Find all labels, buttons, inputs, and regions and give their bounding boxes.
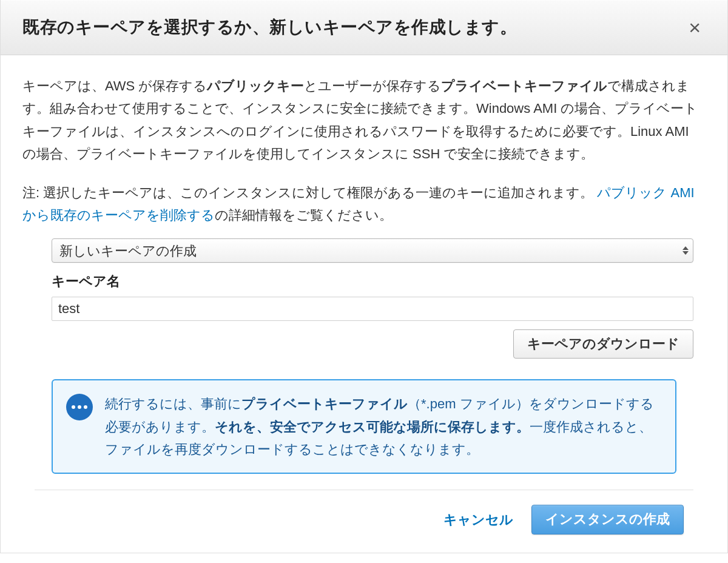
- cancel-button[interactable]: キャンセル: [443, 508, 513, 531]
- info-text-1: 続行するには、事前に: [105, 396, 241, 411]
- intro-paragraph: キーペアは、AWS が保存するパブリックキーとユーザーが保存するプライベートキー…: [22, 75, 706, 166]
- intro-bold-public-key: パブリックキー: [207, 78, 304, 93]
- dialog-footer: キャンセル インスタンスの作成: [35, 490, 693, 552]
- dialog-header: 既存のキーペアを選択するか、新しいキーペアを作成します。 ×: [1, 0, 727, 55]
- launch-instance-button[interactable]: インスタンスの作成: [531, 505, 684, 534]
- intro-text-1: キーペアは、AWS が保存する: [22, 78, 207, 93]
- keypair-select-wrap: 新しいキーペアの作成: [52, 238, 693, 263]
- info-bold-save-safely: それを、安全でアクセス可能な場所に保存します。: [215, 419, 530, 434]
- keypair-name-label: キーペア名: [52, 270, 693, 292]
- close-icon[interactable]: ×: [684, 15, 706, 40]
- note-paragraph: 注: 選択したキーペアは、このインスタンスに対して権限がある一連のキーに追加され…: [22, 181, 706, 227]
- keypair-dialog: 既存のキーペアを選択するか、新しいキーペアを作成します。 × キーペアは、AWS…: [0, 0, 728, 553]
- dialog-body: キーペアは、AWS が保存するパブリックキーとユーザーが保存するプライベートキー…: [1, 55, 727, 553]
- intro-text-2: とユーザーが保存する: [304, 78, 441, 93]
- download-keypair-button[interactable]: キーペアのダウンロード: [513, 329, 693, 359]
- keypair-action-select[interactable]: 新しいキーペアの作成: [52, 238, 693, 263]
- info-box: 続行するには、事前にプライベートキーファイル（*.pem ファイル）をダウンロー…: [52, 379, 676, 474]
- info-icon: [66, 394, 93, 420]
- form-area: 新しいキーペアの作成 キーペア名 キーペアのダウンロード: [22, 238, 706, 359]
- intro-bold-private-key-file: プライベートキーファイル: [441, 78, 607, 93]
- download-row: キーペアのダウンロード: [52, 329, 693, 359]
- info-bold-private-key-file: プライベートキーファイル: [241, 396, 408, 411]
- note-suffix: の詳細情報をご覧ください。: [215, 207, 393, 223]
- dialog-title: 既存のキーペアを選択するか、新しいキーペアを作成します。: [22, 16, 517, 38]
- note-prefix: 注: 選択したキーペアは、このインスタンスに対して権限がある一連のキーに追加され…: [22, 185, 593, 200]
- info-text: 続行するには、事前にプライベートキーファイル（*.pem ファイル）をダウンロー…: [105, 393, 659, 460]
- keypair-name-input[interactable]: [52, 297, 693, 321]
